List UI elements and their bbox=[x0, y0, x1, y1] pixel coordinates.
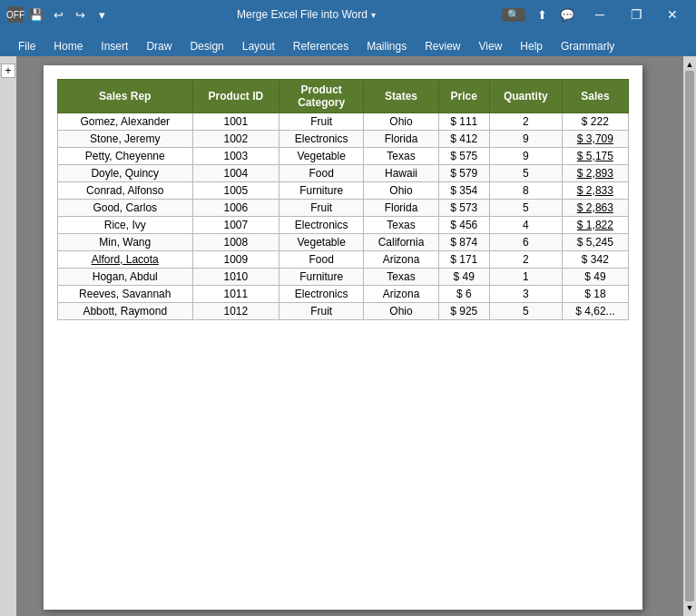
header-price: Price bbox=[438, 80, 489, 113]
cell-sales-rep: Doyle, Quincy bbox=[58, 165, 193, 182]
cell-price: $ 573 bbox=[438, 200, 489, 217]
cell-price: $ 925 bbox=[438, 303, 489, 320]
cell-product-id: 1005 bbox=[192, 182, 279, 200]
cell-product-id: 1011 bbox=[192, 286, 279, 303]
tab-layout[interactable]: Layout bbox=[233, 36, 284, 56]
header-product-id: Product ID bbox=[192, 80, 279, 113]
cell-sales-rep: Conrad, Alfonso bbox=[58, 182, 193, 200]
cell-state: California bbox=[364, 234, 439, 251]
cell-sales: $ 2,893 bbox=[562, 165, 628, 182]
table-row: Stone, Jeremy1002ElectronicsFlorida$ 412… bbox=[58, 131, 629, 148]
tab-draw[interactable]: Draw bbox=[137, 36, 181, 56]
title-bar: OFF 💾 ↩ ↪ ▾ Merge Excel File into Word ▾… bbox=[0, 0, 696, 29]
cell-sales-rep: Min, Wang bbox=[58, 234, 193, 251]
cell-product-id: 1009 bbox=[192, 251, 279, 269]
share-button[interactable]: ⬆ bbox=[533, 5, 551, 24]
cell-state: Florida bbox=[364, 131, 439, 148]
search-bar[interactable]: 🔍 bbox=[502, 8, 525, 22]
restore-button[interactable]: ❐ bbox=[620, 0, 652, 29]
cell-quantity: 3 bbox=[489, 286, 562, 303]
header-sales-rep: Sales Rep bbox=[58, 80, 193, 113]
cell-price: $ 412 bbox=[438, 131, 489, 148]
document-area: + Sales Rep Product ID ProductCategory S… bbox=[0, 56, 696, 616]
tab-references[interactable]: References bbox=[284, 36, 358, 56]
cell-state: Ohio bbox=[364, 113, 439, 131]
header-sales: Sales bbox=[562, 80, 628, 113]
table-row: Petty, Cheyenne1003VegetableTexas$ 5759$… bbox=[58, 148, 629, 165]
table-header-row: Sales Rep Product ID ProductCategory Sta… bbox=[58, 80, 629, 113]
cell-state: Texas bbox=[364, 217, 439, 234]
minimize-button[interactable]: ─ bbox=[583, 0, 616, 29]
scroll-thumb[interactable] bbox=[685, 71, 694, 601]
page: Sales Rep Product ID ProductCategory Sta… bbox=[44, 65, 642, 610]
cell-quantity: 2 bbox=[489, 251, 562, 269]
cell-sales-rep: Abbott, Raymond bbox=[58, 303, 193, 320]
cell-category: Fruit bbox=[279, 303, 364, 320]
cell-category: Food bbox=[279, 165, 364, 182]
cell-price: $ 354 bbox=[438, 182, 489, 200]
cell-category: Fruit bbox=[279, 200, 364, 217]
ribbon-tabs: File Home Insert Draw Design Layout Refe… bbox=[0, 29, 696, 56]
cell-quantity: 5 bbox=[489, 200, 562, 217]
tab-home[interactable]: Home bbox=[44, 36, 92, 56]
cell-sales: $ 4,62... bbox=[562, 303, 628, 320]
cell-sales: $ 2,833 bbox=[562, 182, 628, 200]
redo-button[interactable]: ↪ bbox=[71, 5, 89, 24]
table-row: Good, Carlos1006FruitFlorida$ 5735$ 2,86… bbox=[58, 200, 629, 217]
cell-sales: $ 49 bbox=[562, 269, 628, 286]
cell-sales: $ 18 bbox=[562, 286, 628, 303]
more-button[interactable]: ▾ bbox=[93, 5, 111, 24]
header-product-category: ProductCategory bbox=[279, 80, 364, 113]
cell-sales-rep: Gomez, Alexander bbox=[58, 113, 193, 131]
tab-view[interactable]: View bbox=[470, 36, 512, 56]
cell-state: Arizona bbox=[364, 286, 439, 303]
table-row: Reeves, Savannah1011ElectronicsArizona$ … bbox=[58, 286, 629, 303]
cell-sales: $ 5,245 bbox=[562, 234, 628, 251]
cell-category: Fruit bbox=[279, 113, 364, 131]
tab-help[interactable]: Help bbox=[511, 36, 552, 56]
tab-design[interactable]: Design bbox=[181, 36, 232, 56]
table-row: Alford, Lacota1009FoodArizona$ 1712$ 342 bbox=[58, 251, 629, 269]
page-wrapper[interactable]: Sales Rep Product ID ProductCategory Sta… bbox=[16, 56, 683, 616]
cell-category: Electronics bbox=[279, 131, 364, 148]
cell-product-id: 1004 bbox=[192, 165, 279, 182]
cell-price: $ 6 bbox=[438, 286, 489, 303]
cell-product-id: 1007 bbox=[192, 217, 279, 234]
cell-sales-rep: Hogan, Abdul bbox=[58, 269, 193, 286]
cell-quantity: 5 bbox=[489, 303, 562, 320]
search-icon: 🔍 bbox=[507, 9, 520, 21]
scrollbar-right[interactable]: ▲ ▼ bbox=[683, 56, 696, 616]
tab-grammarly[interactable]: Grammarly bbox=[552, 36, 623, 56]
tab-insert[interactable]: Insert bbox=[92, 36, 137, 56]
table-row: Conrad, Alfonso1005FurnitureOhio$ 3548$ … bbox=[58, 182, 629, 200]
cell-sales: $ 342 bbox=[562, 251, 628, 269]
cell-product-id: 1008 bbox=[192, 234, 279, 251]
cell-price: $ 111 bbox=[438, 113, 489, 131]
save-button[interactable]: 💾 bbox=[27, 5, 45, 24]
left-ruler: + bbox=[0, 56, 16, 616]
scroll-down-button[interactable]: ▼ bbox=[686, 603, 694, 616]
cell-product-id: 1002 bbox=[192, 131, 279, 148]
cell-state: Hawaii bbox=[364, 165, 439, 182]
cell-sales: $ 2,863 bbox=[562, 200, 628, 217]
cell-sales: $ 3,709 bbox=[562, 131, 628, 148]
cell-category: Electronics bbox=[279, 217, 364, 234]
tab-mailings[interactable]: Mailings bbox=[358, 36, 416, 56]
cell-sales-rep: Reeves, Savannah bbox=[58, 286, 193, 303]
scroll-up-button[interactable]: ▲ bbox=[686, 56, 694, 69]
title-dropdown-icon[interactable]: ▾ bbox=[371, 10, 376, 20]
cell-category: Furniture bbox=[279, 182, 364, 200]
add-table-button[interactable]: + bbox=[1, 64, 15, 78]
table-row: Gomez, Alexander1001FruitOhio$ 1112$ 222 bbox=[58, 113, 629, 131]
autosave-toggle[interactable]: OFF bbox=[7, 6, 24, 23]
header-states: States bbox=[364, 80, 439, 113]
feedback-button[interactable]: 💬 bbox=[558, 5, 576, 24]
cell-category: Vegetable bbox=[279, 148, 364, 165]
cell-product-id: 1001 bbox=[192, 113, 279, 131]
tab-file[interactable]: File bbox=[9, 36, 44, 56]
undo-button[interactable]: ↩ bbox=[49, 5, 67, 24]
close-button[interactable]: ✕ bbox=[656, 0, 689, 29]
table-row: Rice, Ivy1007ElectronicsTexas$ 4564$ 1,8… bbox=[58, 217, 629, 234]
tab-review[interactable]: Review bbox=[416, 36, 469, 56]
title-bar-left: OFF 💾 ↩ ↪ ▾ bbox=[7, 5, 111, 24]
